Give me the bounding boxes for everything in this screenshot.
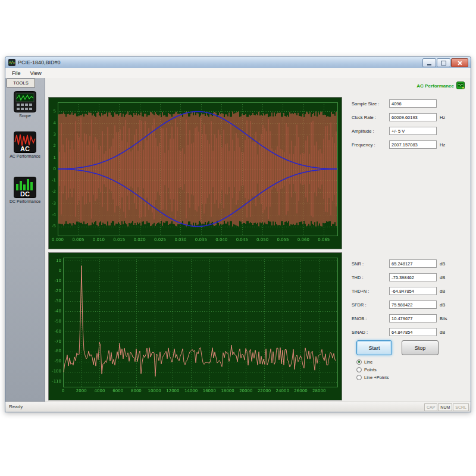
title-bar[interactable]: PCIE-1840,BID#0	[5, 57, 471, 68]
sfdr-value: 75.588422	[389, 300, 437, 309]
stop-button[interactable]: Stop	[402, 340, 439, 355]
menu-bar: File View	[5, 68, 471, 79]
sinad-value: 64.847854	[389, 328, 437, 336]
status-bar: Ready CAP NUM SCRL	[5, 402, 471, 412]
clock-rate-input[interactable]: 60009.60193	[389, 113, 437, 121]
scroll-lock-indicator: SCRL	[453, 403, 469, 411]
field-frequency: Frequency : 2007.157083 Hz	[352, 140, 465, 150]
ac-performance-header: AC Performance	[416, 83, 454, 89]
dc-badge: DC	[14, 190, 36, 198]
desktop: PCIE-1840,BID#0 File View TOOLS	[0, 0, 476, 476]
radio-points[interactable]: Points	[356, 366, 377, 373]
amplitude-input[interactable]: +/- 5 V	[389, 127, 437, 135]
radio-button-icon[interactable]	[356, 359, 362, 365]
menu-view[interactable]: View	[26, 69, 46, 77]
radio-button-icon[interactable]	[356, 367, 362, 372]
snr-value: 65.248127	[389, 259, 437, 268]
start-button[interactable]: Start	[356, 340, 392, 355]
tools-tab[interactable]: TOOLS	[7, 79, 35, 87]
field-label: SFDR :	[352, 302, 367, 308]
field-label: Frequency :	[352, 142, 375, 148]
sidebar-item-dc-performance[interactable]: DC DC Performance	[5, 177, 45, 204]
field-unit: dB	[440, 275, 445, 280]
sidebar-item-label: AC Performance	[5, 154, 45, 159]
field-snr: SNR : 65.248127 dB	[352, 259, 465, 269]
field-unit: Bits	[440, 316, 447, 321]
radio-button-icon[interactable]	[356, 375, 362, 380]
field-sfdr: SFDR : 75.588422 dB	[352, 300, 465, 310]
frequency-input[interactable]: 2007.157083	[389, 140, 437, 149]
radio-line-points[interactable]: Line +Points	[356, 374, 389, 381]
ac-performance-icon: AC	[14, 131, 36, 153]
minimize-icon	[427, 64, 431, 65]
client-area: TOOLS	[5, 78, 471, 402]
field-amplitude: Amplitude : +/- 5 V	[352, 127, 465, 136]
field-unit: dB	[440, 330, 445, 335]
field-thd-n: THD+N : -64.847854 dB	[352, 287, 465, 296]
radio-label: Line	[364, 359, 372, 365]
ac-badge: AC	[14, 145, 36, 152]
field-label: SINAD :	[352, 330, 368, 335]
field-label: Clock Rate :	[352, 115, 376, 120]
dc-performance-icon: DC	[14, 177, 36, 198]
thd-n-value: -64.847854	[389, 287, 437, 295]
field-label: THD+N :	[352, 289, 369, 294]
sidebar-item-label: DC Performance	[5, 199, 45, 204]
app-window: PCIE-1840,BID#0 File View TOOLS	[5, 57, 471, 412]
field-unit: dB	[440, 289, 445, 294]
status-message: Ready	[9, 404, 23, 409]
field-sample-size: Sample Size : 4096	[352, 99, 465, 109]
lock-indicators: CAP NUM SCRL	[424, 403, 469, 411]
field-label: SNR :	[352, 261, 364, 267]
sidebar-item-label: Scope	[5, 114, 45, 118]
close-icon	[458, 61, 462, 65]
field-unit: dB	[440, 261, 445, 267]
scope-icon	[14, 91, 36, 112]
enob-value: 10.479677	[389, 314, 437, 322]
field-unit: Hz	[440, 142, 445, 148]
field-unit: dB	[440, 302, 445, 308]
ac-performance-header-icon[interactable]	[456, 82, 465, 89]
field-label: THD :	[352, 275, 364, 280]
field-enob: ENOB : 10.479677 Bits	[352, 314, 465, 324]
field-sinad: SINAD : 64.847854 dB	[352, 328, 465, 337]
radio-label: Line +Points	[364, 375, 389, 380]
sidebar-item-scope[interactable]: Scope	[5, 91, 45, 118]
sidebar-item-ac-performance[interactable]: AC AC Performance	[5, 131, 45, 159]
app-icon	[8, 59, 15, 66]
field-clock-rate: Clock Rate : 60009.60193 Hz	[352, 113, 465, 123]
maximize-button[interactable]	[437, 58, 450, 67]
sample-size-input[interactable]: 4096	[389, 99, 437, 108]
fft-chart	[48, 252, 342, 400]
field-label: Amplitude :	[352, 129, 374, 134]
field-label: Sample Size :	[352, 101, 379, 107]
num-lock-indicator: NUM	[438, 403, 452, 411]
thd-value: -75.398462	[389, 273, 437, 281]
tools-sidebar: TOOLS	[5, 78, 45, 402]
menu-file[interactable]: File	[7, 69, 26, 77]
field-unit: Hz	[440, 115, 445, 120]
window-title: PCIE-1840,BID#0	[18, 60, 61, 65]
field-thd: THD : -75.398462 dB	[352, 273, 465, 283]
radio-line[interactable]: Line	[356, 358, 372, 365]
field-label: ENOB :	[352, 316, 367, 321]
caps-lock-indicator: CAP	[424, 403, 437, 411]
close-button[interactable]	[451, 58, 468, 67]
radio-label: Points	[364, 367, 377, 372]
scope-chart	[48, 97, 342, 249]
minimize-button[interactable]	[422, 58, 436, 67]
maximize-icon	[441, 61, 446, 65]
